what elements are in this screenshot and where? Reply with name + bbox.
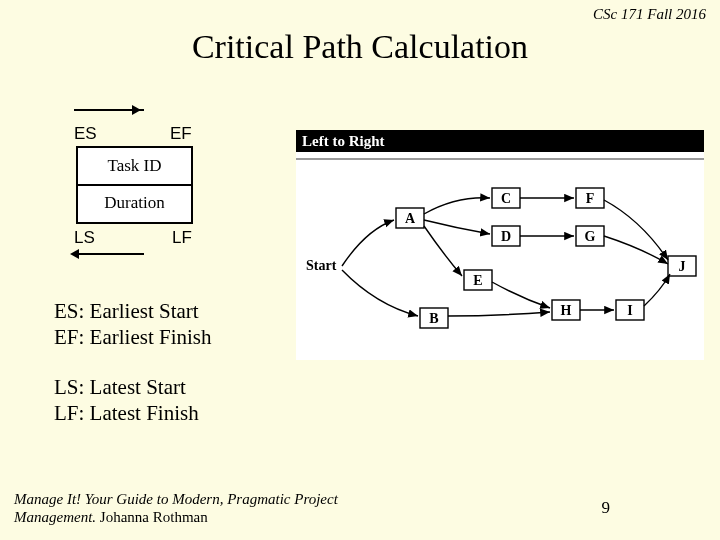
node-g: G <box>576 226 604 246</box>
def-es: ES: Earliest Start <box>54 298 212 324</box>
svg-text:C: C <box>501 191 511 206</box>
node-c: C <box>492 188 520 208</box>
def-ls: LS: Latest Start <box>54 374 199 400</box>
svg-text:B: B <box>429 311 438 326</box>
node-start: Start <box>306 258 337 273</box>
svg-text:D: D <box>501 229 511 244</box>
diagram-svg: Start A B C D E F G H I J <box>296 130 704 360</box>
arrow-forward-icon <box>74 109 144 111</box>
duration-cell: Duration <box>78 184 191 222</box>
page-title: Critical Path Calculation <box>0 28 720 66</box>
course-header: CSc 171 Fall 2016 <box>593 6 706 23</box>
definitions-bottom: LS: Latest Start LF: Latest Finish <box>54 374 199 427</box>
footer-author: Johanna Rothman <box>96 509 208 525</box>
network-diagram: Left to Right Start A B C D E F G H I J <box>296 130 704 360</box>
label-ef: EF <box>170 124 192 144</box>
node-a: A <box>396 208 424 228</box>
node-b: B <box>420 308 448 328</box>
svg-text:F: F <box>586 191 595 206</box>
node-d: D <box>492 226 520 246</box>
node-f: F <box>576 188 604 208</box>
footer-citation: Manage It! Your Guide to Modern, Pragmat… <box>14 490 394 526</box>
node-j: J <box>668 256 696 276</box>
arrow-backward-icon <box>74 253 144 255</box>
svg-text:J: J <box>679 259 686 274</box>
task-id-cell: Task ID <box>78 148 191 186</box>
label-ls: LS <box>74 228 95 248</box>
node-h: H <box>552 300 580 320</box>
svg-text:I: I <box>627 303 632 318</box>
node-e: E <box>464 270 492 290</box>
svg-text:G: G <box>585 229 596 244</box>
svg-text:E: E <box>473 273 482 288</box>
page-number: 9 <box>602 498 611 518</box>
task-box: Task ID Duration <box>76 146 193 224</box>
svg-text:A: A <box>405 211 416 226</box>
svg-text:H: H <box>561 303 572 318</box>
definitions-top: ES: Earliest Start EF: Earliest Finish <box>54 298 212 351</box>
label-es: ES <box>74 124 97 144</box>
def-lf: LF: Latest Finish <box>54 400 199 426</box>
def-ef: EF: Earliest Finish <box>54 324 212 350</box>
node-i: I <box>616 300 644 320</box>
label-lf: LF <box>172 228 192 248</box>
